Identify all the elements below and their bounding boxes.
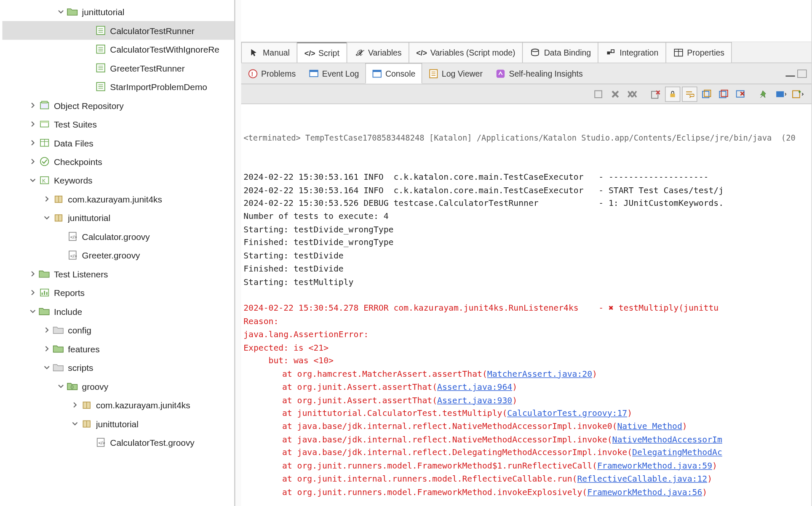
tree-item-greetertestrunner[interactable]: GreeterTestRunner (3, 59, 234, 77)
tab-label: Properties (687, 48, 724, 57)
expand-icon[interactable] (28, 138, 37, 147)
tree-item-junittutorial[interactable]: junittutorial (3, 3, 234, 21)
stack-link[interactable]: CalculatorTest.groovy:17 (507, 408, 627, 418)
expand-icon[interactable] (28, 120, 37, 129)
stack-link[interactable]: Assert.java:964 (437, 382, 512, 391)
remove-all-terminated-icon[interactable] (733, 86, 748, 101)
tab-variables-script-mode-[interactable]: </>Variables (Script mode) (409, 42, 523, 63)
expand-icon[interactable] (56, 381, 65, 391)
stack-link[interactable]: ReflectiveCallable.java:12 (577, 474, 707, 483)
expand-icon[interactable] (28, 269, 37, 278)
tree-label: StarImportProblemDemo (110, 82, 234, 92)
tree-item-starimportproblemdemo[interactable]: StarImportProblemDemo (3, 77, 234, 96)
tab-manual[interactable]: Manual (241, 42, 297, 63)
tree-item-calculatortestwithignorere[interactable]: CalculatorTestWithIgnoreRe (3, 40, 234, 59)
project-tree[interactable]: junittutorialCalculatorTestRunnerCalcula… (0, 3, 234, 452)
stack-link[interactable]: NativeMethodAccessorIm (612, 435, 722, 444)
expand-icon[interactable] (28, 306, 37, 316)
tree-item-com-kazurayam-junit4ks[interactable]: com.kazurayam.junit4ks (3, 189, 234, 208)
remove-launch-icon[interactable] (608, 86, 623, 101)
tab-integration[interactable]: Integration (598, 42, 666, 63)
expand-icon[interactable] (70, 400, 80, 410)
pin-console-icon[interactable] (756, 86, 772, 101)
tree-item-groovy[interactable]: ⟨⟩groovy (3, 377, 234, 395)
clear-console-icon[interactable] (648, 86, 663, 101)
tree-item-junittutorial[interactable]: junittutorial (3, 414, 234, 433)
panel-tab-event-log[interactable]: Event Log (302, 63, 365, 84)
expand-icon[interactable] (42, 325, 51, 335)
tree-item-calculatortestrunner[interactable]: CalculatorTestRunner (3, 21, 234, 40)
expand-icon[interactable] (56, 232, 65, 241)
tree-item-test-listeners[interactable]: Test Listeners (3, 264, 234, 283)
expand-icon[interactable] (28, 157, 37, 166)
problems-icon: ! (248, 68, 258, 79)
tree-item-features[interactable]: features (3, 339, 234, 358)
maximize-icon[interactable] (797, 69, 807, 77)
stack-link[interactable]: MatcherAssert.java:20 (487, 369, 592, 378)
folder-green-icon (67, 6, 78, 18)
tab-script[interactable]: </>Script (297, 42, 347, 63)
expand-icon[interactable] (56, 250, 65, 260)
tree-item-object-repository[interactable]: Object Repository (3, 96, 234, 115)
minimize-icon[interactable] (785, 70, 795, 76)
new-console-icon[interactable] (791, 86, 806, 101)
expand-icon[interactable] (70, 419, 80, 428)
tree-item-junittutorial[interactable]: junittutorial (3, 208, 234, 227)
tab-label: Variables (368, 48, 402, 57)
show-console-err-icon[interactable] (716, 86, 731, 101)
folder-src-icon: ⟨⟩ (67, 381, 78, 392)
panel-tab-log-viewer[interactable]: Log Viewer (422, 63, 489, 84)
tree-item-calculatortest-groovy[interactable]: </>CalculatorTest.groovy (3, 433, 234, 452)
tree-label: Include (54, 306, 234, 317)
tree-label: junittutorial (96, 419, 234, 429)
expand-icon[interactable] (42, 194, 51, 203)
expand-icon[interactable] (84, 63, 93, 72)
stack-frame: at java.base/jdk.internal.reflect.Native… (243, 420, 809, 433)
expand-icon[interactable] (28, 176, 37, 185)
tab-variables[interactable]: 𝒳Variables (346, 42, 409, 63)
tree-item-greeter-groovy[interactable]: </>Greeter.groovy (3, 246, 234, 264)
tree-item-calculator-groovy[interactable]: </>Calculator.groovy (3, 227, 234, 245)
expand-icon[interactable] (84, 438, 93, 447)
tree-item-scripts[interactable]: scripts (3, 358, 234, 377)
stack-link[interactable]: Assert.java:930 (437, 395, 512, 405)
expand-icon[interactable] (28, 101, 37, 110)
tree-label: Data Files (54, 138, 234, 148)
console-output[interactable]: <terminated> TempTestCase1708583448248 [… (241, 104, 812, 506)
stop-icon[interactable] (591, 86, 606, 101)
console-error-line: java.lang.AssertionError: (243, 328, 809, 341)
tree-item-data-files[interactable]: Data Files (3, 133, 234, 152)
tab-data-binding[interactable]: Data Binding (522, 42, 598, 63)
remove-all-launch-icon[interactable] (625, 86, 640, 101)
panel-tab-console[interactable]: Console (366, 63, 422, 84)
stack-link[interactable]: DelegatingMethodAc (632, 448, 722, 457)
stack-link[interactable]: FrameworkMethod.java:56 (587, 487, 702, 496)
expand-icon[interactable] (84, 45, 93, 54)
svg-rect-50 (612, 50, 614, 53)
tree-item-com-kazurayam-junit4ks[interactable]: com.kazurayam.junit4ks (3, 396, 234, 414)
expand-icon[interactable] (42, 213, 51, 222)
scroll-lock-icon[interactable] (665, 86, 680, 101)
tab-properties[interactable]: Properties (665, 42, 732, 63)
display-console-icon[interactable] (773, 86, 788, 101)
expand-icon[interactable] (28, 288, 37, 297)
stack-link[interactable]: Native Method (617, 421, 682, 431)
tree-item-test-suites[interactable]: Test Suites (3, 115, 234, 133)
tree-item-keywords[interactable]: KKeywords (3, 171, 234, 189)
tree-item-checkpoints[interactable]: Checkpoints (3, 152, 234, 170)
panel-tab-self-healing-insights[interactable]: Self-healing Insights (489, 63, 589, 84)
panel-tab-problems[interactable]: !Problems (241, 63, 302, 84)
tree-item-config[interactable]: config (3, 321, 234, 339)
tree-item-reports[interactable]: Reports (3, 283, 234, 302)
word-wrap-icon[interactable] (682, 86, 697, 101)
show-console-icon[interactable] (699, 86, 714, 101)
expand-icon[interactable] (84, 26, 93, 35)
stack-link[interactable]: FrameworkMethod.java:59 (597, 461, 712, 470)
panel-tab-label: Problems (261, 69, 296, 78)
expand-icon[interactable] (42, 363, 51, 372)
svg-point-48 (532, 49, 539, 51)
expand-icon[interactable] (42, 344, 51, 353)
expand-icon[interactable] (84, 82, 93, 91)
expand-icon[interactable] (56, 7, 65, 16)
tree-item-include[interactable]: Include (3, 302, 234, 320)
